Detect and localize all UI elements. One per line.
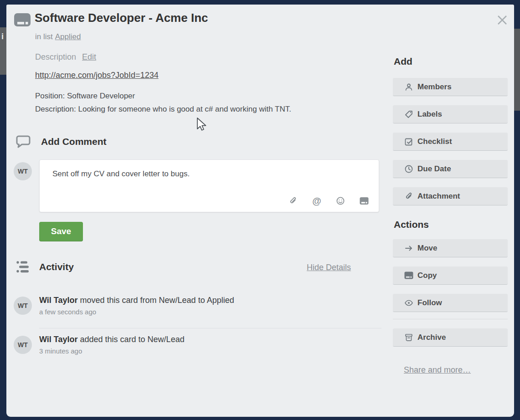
description-edit-link[interactable]: Edit bbox=[82, 52, 96, 61]
activity-divider bbox=[39, 328, 381, 328]
add-comment-header: Add Comment bbox=[15, 135, 107, 149]
activity-actor[interactable]: Wil Taylor bbox=[39, 335, 78, 344]
archive-button[interactable]: Archive bbox=[393, 328, 508, 347]
avatar[interactable]: WT bbox=[14, 336, 32, 354]
add-comment-title: Add Comment bbox=[41, 136, 107, 147]
avatar[interactable]: WT bbox=[14, 162, 32, 180]
paperclip-icon bbox=[404, 192, 413, 201]
activity-actor[interactable]: Wil Taylor bbox=[39, 296, 78, 305]
checklist-label: Checklist bbox=[417, 137, 452, 146]
copy-button[interactable]: Copy bbox=[393, 266, 508, 285]
copy-label: Copy bbox=[417, 271, 437, 280]
clock-icon bbox=[404, 164, 413, 174]
due-date-button[interactable]: Due Date bbox=[393, 160, 508, 178]
checklist-icon bbox=[404, 137, 413, 146]
activity-entry: WT Wil Taylormoved this card from New/Le… bbox=[14, 296, 382, 316]
labels-button[interactable]: Labels bbox=[393, 105, 508, 123]
description-label: Description bbox=[35, 52, 76, 61]
card-title[interactable]: Software Developer - Acme Inc bbox=[35, 11, 208, 25]
avatar[interactable]: WT bbox=[14, 297, 32, 315]
share-and-more-link[interactable]: Share and more… bbox=[404, 365, 471, 375]
description-header: DescriptionEdit bbox=[35, 52, 96, 62]
member-icon bbox=[404, 82, 413, 92]
card-title-icon bbox=[14, 12, 31, 27]
mention-icon[interactable]: @ bbox=[312, 196, 321, 205]
card-icon bbox=[404, 271, 413, 280]
activity-text: Wil Taylormoved this card from New/Lead … bbox=[39, 296, 382, 305]
description-line: Position: Software Developer bbox=[35, 89, 372, 102]
activity-header: Activity bbox=[16, 261, 74, 273]
in-list-label: in list bbox=[35, 32, 53, 41]
speech-bubble-icon bbox=[15, 135, 31, 149]
card-icon[interactable] bbox=[360, 196, 369, 205]
board-remnant-right bbox=[514, 29, 520, 111]
activity-entry: WT Wil Tayloradded this card to New/Lead… bbox=[14, 335, 382, 355]
activity-action: added this card to New/Lead bbox=[80, 335, 185, 344]
save-button[interactable]: Save bbox=[39, 222, 83, 241]
page: { "card": { "title": "Software Developer… bbox=[0, 0, 520, 420]
activity-list-icon bbox=[16, 261, 30, 273]
attachment-label: Attachment bbox=[417, 192, 460, 201]
arrow-right-icon bbox=[404, 244, 413, 253]
card-description: Position: Software Developer Description… bbox=[35, 89, 372, 116]
follow-label: Follow bbox=[417, 298, 442, 307]
card-sidebar: Add Members Labels bbox=[393, 5, 508, 375]
labels-label: Labels bbox=[417, 110, 442, 119]
due-date-label: Due Date bbox=[417, 164, 451, 174]
eye-icon bbox=[404, 298, 413, 307]
emoji-icon[interactable] bbox=[336, 196, 345, 205]
attachment-button[interactable]: Attachment bbox=[393, 187, 508, 205]
sidebar-divider bbox=[393, 319, 508, 319]
board-remnant-text: i bbox=[1, 32, 4, 41]
activity-timestamp: 3 minutes ago bbox=[39, 347, 382, 355]
hide-details-link[interactable]: Hide Details bbox=[307, 263, 351, 272]
archive-icon bbox=[404, 333, 413, 342]
move-button[interactable]: Move bbox=[393, 239, 508, 257]
members-label: Members bbox=[417, 82, 452, 92]
card-detail-modal: Software Developer - Acme Inc in listApp… bbox=[6, 5, 514, 417]
activity-text: Wil Tayloradded this card to New/Lead bbox=[39, 335, 382, 344]
checklist-button[interactable]: Checklist bbox=[393, 133, 508, 151]
move-label: Move bbox=[417, 244, 437, 253]
comment-input[interactable]: Sent off my CV and cover letter to bugs. bbox=[52, 169, 370, 179]
comment-toolbar: @ bbox=[288, 196, 369, 205]
members-button[interactable]: Members bbox=[393, 78, 508, 96]
list-link[interactable]: Applied bbox=[55, 32, 81, 41]
attachment-icon[interactable] bbox=[288, 196, 298, 205]
archive-label: Archive bbox=[417, 333, 446, 342]
card-list-line: in listApplied bbox=[35, 32, 81, 41]
board-remnant-left: i bbox=[0, 27, 6, 75]
add-section-heading: Add bbox=[394, 56, 508, 67]
activity-timestamp: a few seconds ago bbox=[39, 308, 382, 316]
activity-title: Activity bbox=[39, 261, 74, 272]
label-icon bbox=[404, 110, 413, 119]
actions-section-heading: Actions bbox=[394, 219, 508, 230]
description-line: Description: Looking for someone who is … bbox=[35, 102, 372, 116]
follow-button[interactable]: Follow bbox=[393, 294, 508, 312]
comment-box: Sent off my CV and cover letter to bugs.… bbox=[39, 159, 379, 212]
job-posting-link[interactable]: http://acme.com/jobs?JobId=1234 bbox=[35, 71, 159, 80]
activity-action: moved this card from New/Lead to Applied bbox=[80, 296, 234, 305]
